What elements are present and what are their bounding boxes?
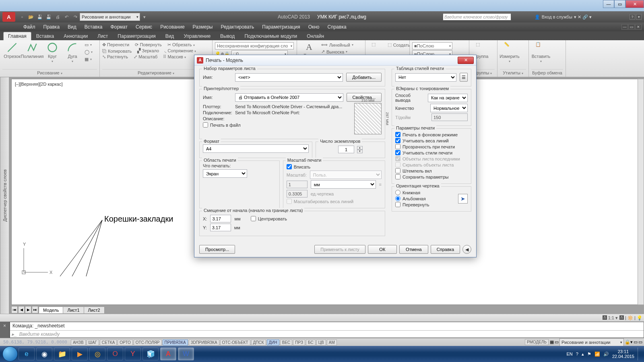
help-icon[interactable]: ? xyxy=(630,14,635,20)
orient-landscape[interactable]: Альбомная xyxy=(395,196,458,201)
task-wmp-icon[interactable]: ▶ xyxy=(72,348,88,360)
rotate-button[interactable]: ⟳ Повернуть xyxy=(135,42,161,47)
line-button[interactable]: Отрезок xyxy=(2,42,22,59)
toggle-бс[interactable]: БС xyxy=(306,339,316,346)
scale-unit-combo[interactable]: мм xyxy=(311,180,376,189)
tray-lang[interactable]: EN xyxy=(567,352,573,356)
help-dropdown-icon[interactable]: ▾ xyxy=(636,14,642,20)
panel-title-modify[interactable]: Редактирование ▾ xyxy=(102,69,210,76)
paper-size-combo[interactable]: A4 xyxy=(203,144,309,153)
dialog-close-button[interactable]: ✕ xyxy=(458,57,474,64)
toggle-3dпривязка[interactable]: 3DПРИВЯЗКА xyxy=(189,339,219,346)
tab-manage[interactable]: Управление xyxy=(179,32,215,40)
help-button[interactable]: Справка xyxy=(431,245,460,254)
scale-button[interactable]: ⤢ Масштаб xyxy=(134,54,157,60)
menu-window[interactable]: Окно xyxy=(304,24,324,30)
rectangle-button[interactable]: ▭ ▾ xyxy=(85,42,93,48)
paste-button[interactable]: 📋Вставить▾ xyxy=(531,42,551,63)
stretch-button[interactable]: ⤡ Растянуть xyxy=(102,54,128,60)
copies-up[interactable]: ▴ xyxy=(357,146,363,150)
new-icon[interactable]: ▫ xyxy=(19,13,26,21)
ok-button[interactable]: ОК xyxy=(368,245,397,254)
toggle-привязка[interactable]: ПРИВЯЗКА xyxy=(163,339,188,346)
offset-x-input[interactable] xyxy=(210,215,231,222)
pageset-name-combo[interactable]: <нет> xyxy=(235,73,343,82)
task-explorer-icon[interactable]: 📁 xyxy=(54,348,70,360)
vertical-scrollbar[interactable] xyxy=(638,79,644,305)
opt-background[interactable]: Печать в фоновом режиме xyxy=(395,132,468,137)
arc-button[interactable]: Дуга▾ xyxy=(63,42,82,63)
menu-format[interactable]: Формат xyxy=(106,24,132,30)
task-word-icon[interactable]: W xyxy=(178,348,194,360)
pageset-add-button[interactable]: Добавить... xyxy=(346,73,382,82)
tab-parametric[interactable]: Параметризация xyxy=(113,32,160,40)
status-layout-icon[interactable]: ▭ xyxy=(555,339,559,345)
tab-annotate[interactable]: Аннотации xyxy=(59,32,93,40)
menu-modify[interactable]: Редактировать xyxy=(217,24,258,30)
copies-input[interactable] xyxy=(338,146,354,153)
tab-home[interactable]: Главная xyxy=(3,32,31,40)
toggle-цв[interactable]: ЦВ xyxy=(316,339,326,346)
toggle-анзв[interactable]: АНЗВ xyxy=(71,339,86,346)
undo-icon[interactable]: ↶ xyxy=(63,13,70,21)
printer-name-combo[interactable]: 🖨 Отправить в OneNote 2007 xyxy=(235,93,343,102)
tray-help-icon[interactable]: ? xyxy=(576,352,578,356)
plot-to-file-check[interactable]: Печать в файл xyxy=(203,122,347,128)
status-icons[interactable]: 🅰 | 🔆 | 💡 xyxy=(619,315,642,321)
opt-lineweights[interactable]: Учитывать веса линий xyxy=(395,138,468,143)
dialog-collapse-button[interactable]: ◀ xyxy=(462,245,471,254)
tray-up-icon[interactable]: ▴ xyxy=(582,352,584,357)
os-minimize-button[interactable]: — xyxy=(603,0,614,8)
shade-quality-combo[interactable]: Нормальное xyxy=(430,104,468,112)
circle-button[interactable]: Круг▾ xyxy=(43,42,62,63)
ellipse-button[interactable]: ◯ ▾ xyxy=(85,49,93,55)
workspace-combo[interactable]: Рисование и аннотации xyxy=(80,13,140,21)
toggle-отс-поляр[interactable]: ОТС-ПОЛЯР xyxy=(134,339,162,346)
tray-vol-icon[interactable]: 🔊 xyxy=(603,352,609,357)
model-button[interactable]: РМОДЕЛЬ xyxy=(525,339,549,345)
layout-nav-next[interactable]: ▶ xyxy=(25,306,31,313)
status-tools2-icon[interactable]: ▭ xyxy=(638,339,642,345)
panel-title-draw[interactable]: Рисование ▾ xyxy=(2,69,97,76)
orient-portrait[interactable]: Книжная xyxy=(395,190,458,195)
copies-down[interactable]: ▾ xyxy=(357,150,363,153)
annoscale-icon[interactable]: 🅰 1:1 ▾ xyxy=(603,315,618,321)
color-combo[interactable]: ■ ПоСлою xyxy=(412,42,452,49)
toggle-дин[interactable]: ДИН xyxy=(267,339,279,346)
menu-parametric[interactable]: Параметризация xyxy=(258,24,304,30)
layer-state-combo[interactable]: Несохраненная конфигурация сло xyxy=(215,42,294,49)
menu-tools[interactable]: Сервис xyxy=(132,24,156,30)
menu-edit[interactable]: Правка xyxy=(39,24,64,30)
layout-tab-model[interactable]: Модель xyxy=(39,306,63,313)
start-button[interactable] xyxy=(2,346,18,362)
redo-icon[interactable]: ↷ xyxy=(72,13,79,21)
measure-button[interactable]: 📏Измерить▾ xyxy=(500,42,519,63)
panel-title-utils[interactable]: Утилиты ▾ xyxy=(500,69,526,76)
toggle-вес[interactable]: ВЕС xyxy=(280,339,293,346)
menu-file[interactable]: Файл xyxy=(19,24,39,30)
toggle-шаг[interactable]: ШАГ xyxy=(87,339,99,346)
fillet-button[interactable]: ◟ Сопряжение ▾ xyxy=(165,48,196,53)
array-button[interactable]: ⠿ Массив ▾ xyxy=(163,54,186,60)
task-chrome-icon[interactable]: ◉ xyxy=(36,348,52,360)
status-tools-icon[interactable]: ▭ xyxy=(634,339,638,345)
tab-view[interactable]: Вид xyxy=(161,32,179,40)
linear-dim-button[interactable]: ⟺ Линейный ▾ xyxy=(321,42,353,48)
doc-close-button[interactable]: ✕ xyxy=(635,24,642,30)
layout-nav-first[interactable]: ⏮ xyxy=(11,306,18,313)
leader-button[interactable]: ↗ Выноска ▾ xyxy=(321,49,353,55)
center-check[interactable]: Центрировать xyxy=(251,216,287,221)
dialog-titlebar[interactable]: A Печать - Модель ✕ xyxy=(194,55,476,66)
menu-dimension[interactable]: Размеры xyxy=(189,24,217,30)
task-app1-icon[interactable]: 🧊 xyxy=(142,348,159,360)
offset-y-input[interactable] xyxy=(210,224,231,231)
plot-style-edit-button[interactable]: ☰ xyxy=(460,73,468,82)
cancel-button[interactable]: Отмена xyxy=(399,245,428,254)
plot-style-combo[interactable]: Нет xyxy=(395,73,456,82)
signin-button[interactable]: 👤 Вход в службы ▾ ✕ 🔗 ▾ xyxy=(535,14,592,20)
task-ie-icon[interactable]: e xyxy=(19,348,35,360)
trim-button[interactable]: ✂ Обрезать ▾ xyxy=(167,42,195,47)
menu-view[interactable]: Вид xyxy=(64,24,80,30)
tab-plugins[interactable]: Подключаемые модули xyxy=(239,32,302,40)
cmdline-close-button[interactable]: × xyxy=(0,322,10,338)
